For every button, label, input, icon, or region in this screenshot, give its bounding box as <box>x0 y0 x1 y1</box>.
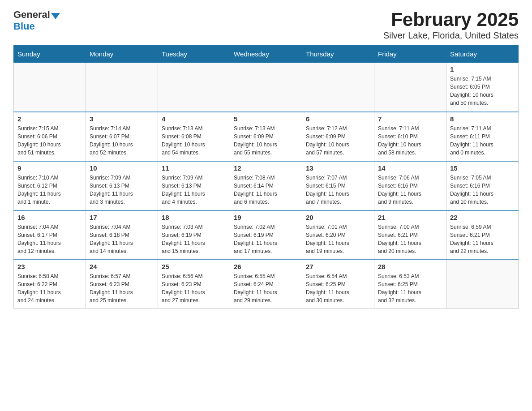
day-info: Sunrise: 7:01 AM Sunset: 6:20 PM Dayligh… <box>306 223 370 255</box>
calendar-cell: 16Sunrise: 7:04 AM Sunset: 6:17 PM Dayli… <box>14 210 86 260</box>
calendar-cell: 26Sunrise: 6:55 AM Sunset: 6:24 PM Dayli… <box>230 260 302 309</box>
day-info: Sunrise: 6:59 AM Sunset: 6:21 PM Dayligh… <box>450 223 515 255</box>
weekday-monday: Monday <box>86 46 158 63</box>
day-number: 21 <box>378 214 442 221</box>
day-info: Sunrise: 6:58 AM Sunset: 6:22 PM Dayligh… <box>17 272 82 304</box>
day-info: Sunrise: 7:15 AM Sunset: 6:06 PM Dayligh… <box>17 124 82 157</box>
calendar-cell: 11Sunrise: 7:09 AM Sunset: 6:13 PM Dayli… <box>158 161 230 210</box>
calendar-cell: 24Sunrise: 6:57 AM Sunset: 6:23 PM Dayli… <box>86 260 158 309</box>
day-info: Sunrise: 6:55 AM Sunset: 6:24 PM Dayligh… <box>234 272 298 304</box>
calendar-cell: 17Sunrise: 7:04 AM Sunset: 6:18 PM Dayli… <box>86 210 158 260</box>
weekday-sunday: Sunday <box>14 46 86 63</box>
day-info: Sunrise: 7:04 AM Sunset: 6:18 PM Dayligh… <box>90 223 154 255</box>
calendar-cell <box>446 260 519 309</box>
day-info: Sunrise: 6:54 AM Sunset: 6:25 PM Dayligh… <box>306 272 370 304</box>
day-number: 14 <box>378 164 442 172</box>
calendar-cell <box>374 63 446 112</box>
day-number: 10 <box>90 164 154 172</box>
day-number: 2 <box>17 115 82 123</box>
calendar-cell: 3Sunrise: 7:14 AM Sunset: 6:07 PM Daylig… <box>86 112 158 161</box>
calendar-cell: 18Sunrise: 7:03 AM Sunset: 6:19 PM Dayli… <box>158 210 230 260</box>
day-info: Sunrise: 7:00 AM Sunset: 6:21 PM Dayligh… <box>378 223 442 255</box>
day-info: Sunrise: 6:56 AM Sunset: 6:23 PM Dayligh… <box>162 272 226 304</box>
calendar-body: 1Sunrise: 7:15 AM Sunset: 6:05 PM Daylig… <box>14 63 519 309</box>
day-info: Sunrise: 7:03 AM Sunset: 6:19 PM Dayligh… <box>162 223 226 255</box>
day-info: Sunrise: 7:13 AM Sunset: 6:09 PM Dayligh… <box>234 124 298 157</box>
day-number: 26 <box>234 263 298 270</box>
day-info: Sunrise: 7:14 AM Sunset: 6:07 PM Dayligh… <box>90 124 154 157</box>
calendar-cell <box>86 63 158 112</box>
logo-arrow-icon <box>51 13 60 19</box>
title-block: February 2025 Silver Lake, Florida, Unit… <box>383 9 519 41</box>
logo-general: General <box>13 9 50 21</box>
day-number: 4 <box>162 115 226 123</box>
day-info: Sunrise: 7:11 AM Sunset: 6:10 PM Dayligh… <box>378 124 442 157</box>
calendar-header: SundayMondayTuesdayWednesdayThursdayFrid… <box>14 46 519 63</box>
day-info: Sunrise: 7:09 AM Sunset: 6:13 PM Dayligh… <box>162 174 226 206</box>
day-number: 1 <box>450 65 515 73</box>
weekday-thursday: Thursday <box>302 46 374 63</box>
calendar-table: SundayMondayTuesdayWednesdayThursdayFrid… <box>13 45 519 309</box>
calendar-cell: 13Sunrise: 7:07 AM Sunset: 6:15 PM Dayli… <box>302 161 374 210</box>
day-number: 20 <box>306 214 370 221</box>
day-number: 22 <box>450 214 515 221</box>
day-number: 25 <box>162 263 226 270</box>
day-number: 24 <box>90 263 154 270</box>
calendar-cell: 5Sunrise: 7:13 AM Sunset: 6:09 PM Daylig… <box>230 112 302 161</box>
day-number: 15 <box>450 164 515 172</box>
day-info: Sunrise: 7:09 AM Sunset: 6:13 PM Dayligh… <box>90 174 154 206</box>
calendar-cell: 9Sunrise: 7:10 AM Sunset: 6:12 PM Daylig… <box>14 161 86 210</box>
day-info: Sunrise: 7:12 AM Sunset: 6:09 PM Dayligh… <box>306 124 370 157</box>
day-info: Sunrise: 7:13 AM Sunset: 6:08 PM Dayligh… <box>162 124 226 157</box>
day-number: 13 <box>306 164 370 172</box>
calendar-week-1: 1Sunrise: 7:15 AM Sunset: 6:05 PM Daylig… <box>14 63 519 112</box>
calendar-cell: 6Sunrise: 7:12 AM Sunset: 6:09 PM Daylig… <box>302 112 374 161</box>
weekday-tuesday: Tuesday <box>158 46 230 63</box>
day-info: Sunrise: 7:05 AM Sunset: 6:16 PM Dayligh… <box>450 174 515 206</box>
calendar-cell <box>230 63 302 112</box>
page-header: General Blue February 2025 Silver Lake, … <box>13 9 519 41</box>
logo: General Blue <box>13 9 60 32</box>
day-number: 11 <box>162 164 226 172</box>
page-subtitle: Silver Lake, Florida, United States <box>383 30 519 41</box>
weekday-friday: Friday <box>374 46 446 63</box>
day-number: 9 <box>17 164 82 172</box>
day-number: 16 <box>17 214 82 221</box>
calendar-cell: 10Sunrise: 7:09 AM Sunset: 6:13 PM Dayli… <box>86 161 158 210</box>
day-number: 27 <box>306 263 370 270</box>
day-info: Sunrise: 7:11 AM Sunset: 6:11 PM Dayligh… <box>450 124 515 157</box>
day-info: Sunrise: 7:02 AM Sunset: 6:19 PM Dayligh… <box>234 223 298 255</box>
calendar-cell: 21Sunrise: 7:00 AM Sunset: 6:21 PM Dayli… <box>374 210 446 260</box>
calendar-week-4: 16Sunrise: 7:04 AM Sunset: 6:17 PM Dayli… <box>14 210 519 260</box>
calendar-cell: 20Sunrise: 7:01 AM Sunset: 6:20 PM Dayli… <box>302 210 374 260</box>
day-number: 6 <box>306 115 370 123</box>
day-number: 7 <box>378 115 442 123</box>
day-number: 8 <box>450 115 515 123</box>
day-number: 3 <box>90 115 154 123</box>
day-number: 28 <box>378 263 442 270</box>
calendar-cell: 14Sunrise: 7:06 AM Sunset: 6:16 PM Dayli… <box>374 161 446 210</box>
day-info: Sunrise: 7:15 AM Sunset: 6:05 PM Dayligh… <box>450 75 515 107</box>
day-number: 17 <box>90 214 154 221</box>
calendar-week-3: 9Sunrise: 7:10 AM Sunset: 6:12 PM Daylig… <box>14 161 519 210</box>
weekday-saturday: Saturday <box>446 46 519 63</box>
day-number: 19 <box>234 214 298 221</box>
calendar-cell: 15Sunrise: 7:05 AM Sunset: 6:16 PM Dayli… <box>446 161 519 210</box>
calendar-cell <box>14 63 86 112</box>
calendar-cell: 28Sunrise: 6:53 AM Sunset: 6:25 PM Dayli… <box>374 260 446 309</box>
logo-blue: Blue <box>13 21 35 32</box>
calendar-cell: 4Sunrise: 7:13 AM Sunset: 6:08 PM Daylig… <box>158 112 230 161</box>
day-info: Sunrise: 7:04 AM Sunset: 6:17 PM Dayligh… <box>17 223 82 255</box>
day-info: Sunrise: 6:57 AM Sunset: 6:23 PM Dayligh… <box>90 272 154 304</box>
weekday-header-row: SundayMondayTuesdayWednesdayThursdayFrid… <box>14 46 519 63</box>
calendar-cell: 25Sunrise: 6:56 AM Sunset: 6:23 PM Dayli… <box>158 260 230 309</box>
calendar-cell: 23Sunrise: 6:58 AM Sunset: 6:22 PM Dayli… <box>14 260 86 309</box>
day-info: Sunrise: 6:53 AM Sunset: 6:25 PM Dayligh… <box>378 272 442 304</box>
day-info: Sunrise: 7:06 AM Sunset: 6:16 PM Dayligh… <box>378 174 442 206</box>
calendar-cell <box>158 63 230 112</box>
calendar-cell <box>302 63 374 112</box>
calendar-cell: 19Sunrise: 7:02 AM Sunset: 6:19 PM Dayli… <box>230 210 302 260</box>
calendar-week-5: 23Sunrise: 6:58 AM Sunset: 6:22 PM Dayli… <box>14 260 519 309</box>
day-number: 12 <box>234 164 298 172</box>
day-info: Sunrise: 7:07 AM Sunset: 6:15 PM Dayligh… <box>306 174 370 206</box>
